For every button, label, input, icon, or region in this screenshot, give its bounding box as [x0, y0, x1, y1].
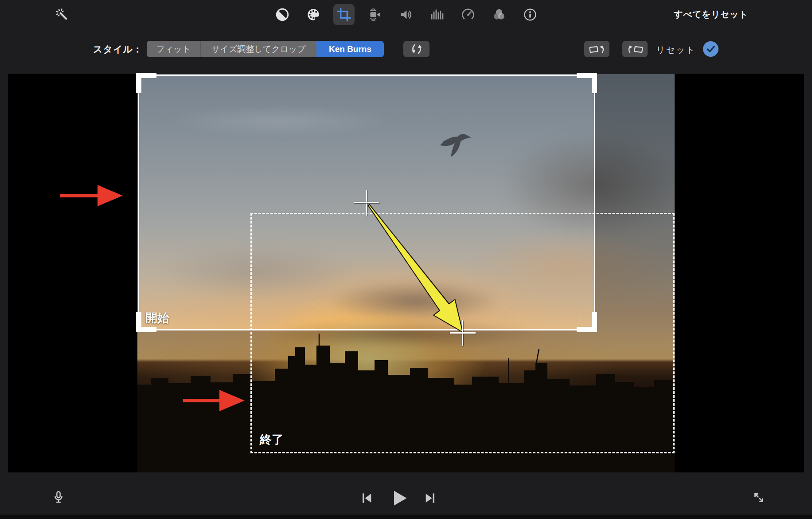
- swap-arrows-icon: [408, 43, 426, 55]
- play-icon: [390, 488, 409, 508]
- ken-burns-end-rect[interactable]: 終了: [250, 213, 675, 453]
- style-label: スタイル：: [93, 43, 143, 55]
- rotate-counterclockwise-button[interactable]: [584, 41, 609, 57]
- style-segment-crop-to-fill[interactable]: サイズ調整してクロップ: [200, 41, 316, 57]
- start-rect-handle-top-right[interactable]: [577, 73, 597, 93]
- noise-equalizer-icon[interactable]: [426, 4, 448, 25]
- skip-forward-button[interactable]: [421, 489, 439, 507]
- info-icon[interactable]: [519, 4, 541, 25]
- skip-back-icon: [360, 491, 374, 505]
- style-segment-ken-burns[interactable]: Ken Burns: [316, 41, 384, 57]
- clip-filter-circles-icon[interactable]: [488, 4, 510, 25]
- volume-speaker-icon[interactable]: [395, 4, 417, 25]
- reset-all-button[interactable]: すべてをリセット: [674, 8, 748, 20]
- play-button[interactable]: [388, 487, 410, 509]
- swap-start-end-button[interactable]: [403, 41, 429, 57]
- crop-style-segmented-control: フィット サイズ調整してクロップ Ken Burns: [147, 41, 384, 57]
- auto-enhance-wand-icon[interactable]: [51, 4, 73, 25]
- fullscreen-button[interactable]: [748, 487, 769, 508]
- rotate-cw-icon: [626, 43, 644, 55]
- stabilization-camera-icon[interactable]: [364, 4, 386, 25]
- reset-check-circle[interactable]: [703, 41, 718, 57]
- style-segment-fit[interactable]: フィット: [147, 41, 200, 57]
- crop-tool-button[interactable]: [333, 4, 355, 25]
- skip-forward-icon: [423, 491, 437, 505]
- adjust-toolbar: すべてをリセット スタイル： フィット サイズ調整してクロップ Ken Burn…: [0, 0, 812, 74]
- skip-back-button[interactable]: [358, 489, 376, 507]
- color-correction-palette-icon[interactable]: [303, 4, 324, 25]
- microphone-icon: [51, 490, 66, 505]
- fullscreen-expand-icon: [751, 490, 766, 505]
- rotate-clockwise-button[interactable]: [622, 41, 648, 57]
- start-crop-label: 開始: [145, 310, 169, 326]
- window-bottom-edge: [0, 515, 812, 519]
- speed-speedometer-icon[interactable]: [457, 4, 479, 25]
- checkmark-icon: [703, 41, 718, 57]
- end-crop-label: 終了: [260, 432, 284, 448]
- rotate-ccw-icon: [588, 43, 606, 55]
- reset-label: リセット: [656, 44, 696, 56]
- color-balance-icon[interactable]: [272, 4, 293, 25]
- transport-bar: [0, 472, 812, 519]
- voiceover-microphone-button[interactable]: [48, 487, 69, 508]
- start-rect-handle-top-left[interactable]: [136, 73, 156, 93]
